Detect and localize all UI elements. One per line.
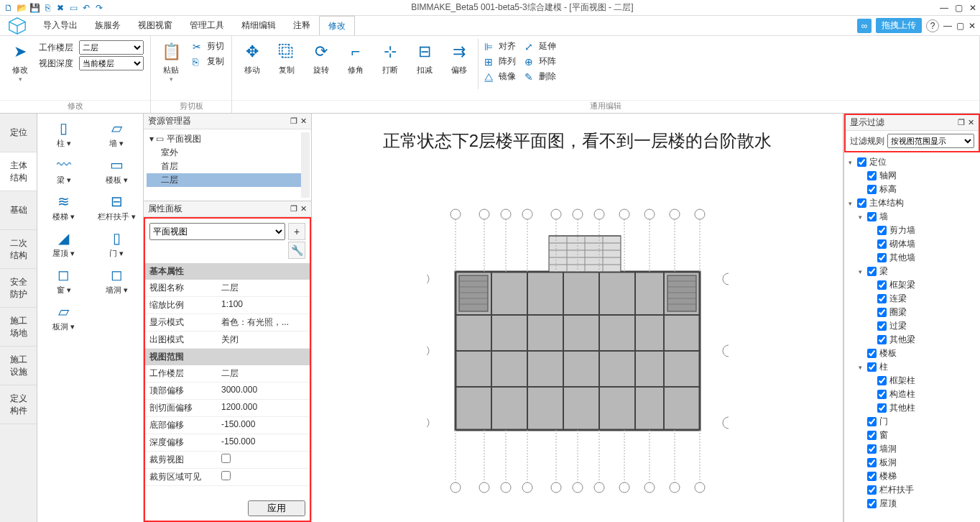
palette-item[interactable]: ▯门 ▾ bbox=[91, 224, 144, 260]
filter-node[interactable]: 其他柱 bbox=[846, 401, 979, 415]
sheet-icon[interactable]: ▭ bbox=[68, 2, 79, 14]
prop-row[interactable]: 工作楼层二层 bbox=[145, 365, 310, 383]
prop-row[interactable]: 显示模式着色：有光照，... bbox=[145, 314, 310, 331]
filter-node[interactable]: 过梁 bbox=[846, 319, 979, 333]
mirror-button[interactable]: ⧋镜像 bbox=[481, 69, 519, 84]
filter-checkbox[interactable] bbox=[867, 485, 877, 495]
edit-type-button[interactable]: 🔧 bbox=[288, 242, 305, 259]
filter-node[interactable]: 圈梁 bbox=[846, 306, 979, 319]
filter-checkbox[interactable] bbox=[867, 171, 877, 180]
delete-button[interactable]: ✎删除 bbox=[522, 69, 559, 84]
dock-icon[interactable]: ❐ bbox=[290, 204, 297, 214]
new-icon[interactable]: 🗋 bbox=[3, 2, 14, 14]
tree-node-selected[interactable]: 二层 bbox=[147, 173, 308, 187]
prop-row[interactable]: 剖切面偏移1200.000 bbox=[145, 400, 310, 417]
corner-button[interactable]: ⌐修角 bbox=[340, 39, 371, 77]
cut-button[interactable]: ✂剪切 bbox=[190, 39, 227, 54]
left-tab[interactable]: 施工场地 bbox=[0, 308, 37, 347]
mdi-minimize-icon[interactable]: — bbox=[943, 21, 952, 31]
palette-item[interactable]: ◻窗 ▾ bbox=[37, 260, 91, 297]
filter-checkbox[interactable] bbox=[867, 212, 877, 221]
filter-node[interactable]: ▾墙 bbox=[846, 210, 979, 224]
scrollbar[interactable] bbox=[301, 132, 310, 198]
palette-item[interactable]: ⊟栏杆扶手 ▾ bbox=[91, 187, 144, 224]
filter-checkbox[interactable] bbox=[857, 198, 866, 208]
dock-icon[interactable]: ❐ bbox=[958, 118, 965, 127]
left-tab[interactable]: 基础 bbox=[0, 191, 37, 230]
rotate-button[interactable]: ⟳旋转 bbox=[305, 39, 337, 77]
filter-checkbox[interactable] bbox=[867, 349, 877, 358]
tab-modify[interactable]: 修改 bbox=[319, 16, 355, 35]
tree-root[interactable]: ▾ ▭ 平面视图 bbox=[147, 132, 308, 146]
app-logo[interactable] bbox=[0, 16, 34, 36]
filter-node[interactable]: 轴网 bbox=[846, 169, 979, 183]
filter-node[interactable]: ▾柱 bbox=[846, 360, 979, 374]
filter-checkbox[interactable] bbox=[867, 362, 877, 372]
filter-node[interactable]: 构造柱 bbox=[846, 388, 979, 401]
filter-checkbox[interactable] bbox=[867, 267, 877, 276]
filter-checkbox[interactable] bbox=[877, 253, 887, 262]
tab-import[interactable]: 导入导出 bbox=[34, 16, 86, 35]
prop-row[interactable]: 缩放比例1:100 bbox=[145, 297, 310, 314]
filter-node[interactable]: 连梁 bbox=[846, 292, 979, 306]
palette-item[interactable]: 〰梁 ▾ bbox=[37, 150, 91, 187]
filter-checkbox[interactable] bbox=[867, 431, 877, 440]
filter-checkbox[interactable] bbox=[867, 417, 877, 426]
filter-node[interactable]: 框架梁 bbox=[846, 278, 979, 292]
filter-node[interactable]: 标高 bbox=[846, 183, 979, 196]
apply-button[interactable]: 应用 bbox=[248, 500, 305, 516]
add-type-button[interactable]: + bbox=[288, 223, 305, 240]
prop-row[interactable]: 底部偏移-150.000 bbox=[145, 417, 310, 434]
palette-item[interactable]: ▭楼板 ▾ bbox=[91, 150, 144, 187]
filter-node[interactable]: ▾主体结构 bbox=[846, 196, 979, 210]
move-button[interactable]: ✥移动 bbox=[236, 39, 268, 77]
filter-node[interactable]: 屋顶 bbox=[846, 497, 979, 510]
filter-checkbox[interactable] bbox=[867, 458, 877, 467]
filter-checkbox[interactable] bbox=[877, 335, 887, 344]
prop-type-select[interactable]: 平面视图 bbox=[149, 223, 285, 240]
prop-row[interactable]: 深度偏移-150.000 bbox=[145, 434, 310, 452]
trim-button[interactable]: ⊟扣减 bbox=[409, 39, 440, 77]
viewport[interactable]: 正常状态下2层楼平面图，看不到一层楼的台阶散水 bbox=[312, 114, 843, 522]
palette-item[interactable]: ≋楼梯 ▾ bbox=[37, 187, 91, 224]
tab-manage[interactable]: 管理工具 bbox=[181, 16, 233, 35]
offset-button[interactable]: ⇉偏移 bbox=[443, 39, 475, 77]
browser-tree[interactable]: ▾ ▭ 平面视图 室外 首层 二层 bbox=[144, 129, 311, 201]
left-tab[interactable]: 主体结构 bbox=[0, 152, 37, 191]
undo-icon[interactable]: ↶ bbox=[80, 2, 92, 14]
prop-row[interactable]: 视图名称二层 bbox=[145, 280, 310, 297]
mdi-close-icon[interactable]: ✕ bbox=[969, 21, 976, 31]
filter-node[interactable]: 墙洞 bbox=[846, 442, 979, 456]
filter-node[interactable]: 框架柱 bbox=[846, 374, 979, 388]
palette-item[interactable]: ▱墙 ▾ bbox=[91, 114, 144, 150]
panel-close-icon[interactable]: ✕ bbox=[300, 116, 307, 126]
filter-node[interactable]: 窗 bbox=[846, 429, 979, 442]
cloud-icon[interactable]: ∞ bbox=[857, 19, 872, 33]
view-depth-select[interactable]: 当前楼层 bbox=[79, 56, 144, 70]
filter-checkbox[interactable] bbox=[877, 390, 887, 399]
array-button[interactable]: ⊞阵列 bbox=[481, 54, 519, 69]
palette-item[interactable]: ◻墙洞 ▾ bbox=[91, 260, 144, 297]
palette-item[interactable]: ▱板洞 ▾ bbox=[37, 297, 91, 334]
filter-node[interactable]: 板洞 bbox=[846, 456, 979, 470]
filter-checkbox[interactable] bbox=[877, 321, 887, 331]
upload-button[interactable]: 拖拽上传 bbox=[876, 18, 922, 33]
filter-checkbox[interactable] bbox=[877, 376, 887, 385]
filter-node[interactable]: 楼梯 bbox=[846, 470, 979, 483]
filter-node[interactable]: 门 bbox=[846, 415, 979, 429]
dock-icon[interactable]: ❐ bbox=[290, 116, 297, 126]
filter-rule-select[interactable]: 按视图范围显示 bbox=[887, 134, 974, 148]
filter-node[interactable]: ▾梁 bbox=[846, 265, 979, 278]
close-file-icon[interactable]: ✖ bbox=[55, 2, 66, 14]
panel-close-icon[interactable]: ✕ bbox=[968, 118, 974, 127]
filter-checkbox[interactable] bbox=[867, 185, 877, 194]
filter-tree[interactable]: ▾定位轴网标高▾主体结构▾墙剪力墙砌体墙其他墙▾梁框架梁连梁圈梁过梁其他梁楼板▾… bbox=[844, 152, 980, 522]
filter-checkbox[interactable] bbox=[877, 239, 887, 249]
filter-checkbox[interactable] bbox=[857, 157, 866, 167]
filter-node[interactable]: 栏杆扶手 bbox=[846, 483, 979, 497]
palette-item[interactable]: ▯柱 ▾ bbox=[37, 114, 91, 150]
filter-node[interactable]: 其他梁 bbox=[846, 333, 979, 347]
prop-row[interactable]: 裁剪视图 bbox=[145, 452, 310, 469]
filter-checkbox[interactable] bbox=[867, 444, 877, 454]
left-tab[interactable]: 定义构件 bbox=[0, 385, 37, 424]
